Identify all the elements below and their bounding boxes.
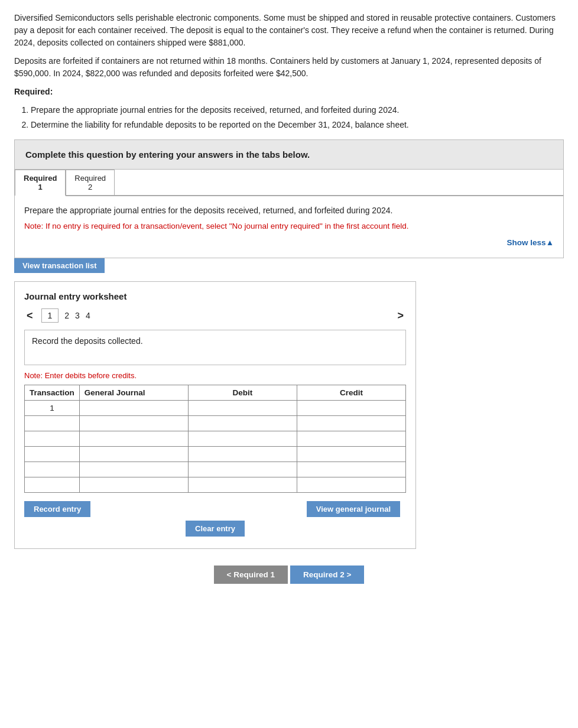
table-row: 1 bbox=[25, 401, 406, 416]
tabs-area: Required1 Required2 Prepare the appropri… bbox=[14, 170, 564, 258]
credit-cell[interactable] bbox=[297, 401, 405, 416]
table-row bbox=[25, 447, 406, 462]
general-journal-cell[interactable] bbox=[79, 416, 188, 431]
debit-cell[interactable] bbox=[188, 401, 297, 416]
transaction-cell bbox=[25, 416, 80, 431]
general-journal-input[interactable] bbox=[82, 449, 186, 459]
note-debits: Note: Enter debits before credits. bbox=[24, 371, 406, 380]
transaction-cell bbox=[25, 477, 80, 493]
debit-input[interactable] bbox=[191, 403, 294, 413]
record-entry-button[interactable]: Record entry bbox=[24, 501, 90, 517]
entry-navigation: < 1 2 3 4 > bbox=[24, 308, 406, 323]
general-journal-input[interactable] bbox=[82, 418, 186, 428]
col-general-journal: General Journal bbox=[79, 385, 188, 401]
required-item-2: Determine the liability for refundable d… bbox=[31, 119, 564, 131]
debit-input[interactable] bbox=[191, 418, 294, 428]
general-journal-cell[interactable] bbox=[79, 477, 188, 493]
complete-box-text: Complete this question by entering your … bbox=[25, 150, 310, 160]
credit-input[interactable] bbox=[300, 403, 403, 413]
journal-worksheet: Journal entry worksheet < 1 2 3 4 > Reco… bbox=[14, 281, 416, 549]
credit-input[interactable] bbox=[300, 480, 403, 490]
entry-4-label[interactable]: 4 bbox=[86, 311, 90, 320]
credit-cell[interactable] bbox=[297, 462, 405, 477]
complete-box: Complete this question by entering your … bbox=[14, 139, 564, 170]
paragraph2: Deposits are forfeited if containers are… bbox=[14, 55, 564, 80]
debit-cell[interactable] bbox=[188, 477, 297, 493]
transaction-cell bbox=[25, 447, 80, 462]
prev-entry-arrow[interactable]: < bbox=[24, 310, 35, 322]
transaction-cell bbox=[25, 462, 80, 477]
tab-required2[interactable]: Required2 bbox=[66, 170, 115, 195]
next-required-button[interactable]: Required 2 > bbox=[290, 566, 364, 584]
col-debit: Debit bbox=[188, 385, 297, 401]
general-journal-cell[interactable] bbox=[79, 447, 188, 462]
debit-cell[interactable] bbox=[188, 462, 297, 477]
entry-description: Record the deposits collected. bbox=[24, 330, 406, 365]
table-row bbox=[25, 462, 406, 477]
required-label: Required: bbox=[14, 87, 53, 96]
general-journal-input[interactable] bbox=[82, 403, 186, 413]
clear-entry-row: Clear entry bbox=[24, 521, 406, 537]
credit-input[interactable] bbox=[300, 449, 403, 459]
transaction-cell: 1 bbox=[25, 401, 80, 416]
credit-cell[interactable] bbox=[297, 416, 405, 431]
tab-content: Prepare the appropriate journal entries … bbox=[15, 196, 563, 258]
view-transaction-list-button[interactable]: View transaction list bbox=[14, 258, 105, 273]
general-journal-cell[interactable] bbox=[79, 431, 188, 447]
general-journal-input[interactable] bbox=[82, 434, 186, 444]
credit-input[interactable] bbox=[300, 434, 403, 444]
next-entry-arrow[interactable]: > bbox=[395, 310, 406, 322]
general-journal-input[interactable] bbox=[82, 464, 186, 474]
debit-cell[interactable] bbox=[188, 447, 297, 462]
journal-table: Transaction General Journal Debit Credit… bbox=[24, 385, 406, 493]
credit-cell[interactable] bbox=[297, 431, 405, 447]
entry-3-label[interactable]: 3 bbox=[75, 311, 80, 320]
credit-input[interactable] bbox=[300, 418, 403, 428]
prev-required-button[interactable]: < Required 1 bbox=[214, 566, 288, 584]
tab-instruction: Prepare the appropriate journal entries … bbox=[24, 204, 554, 217]
required-item-1: Prepare the appropriate journal entries … bbox=[31, 104, 564, 116]
table-row bbox=[25, 416, 406, 431]
debit-cell[interactable] bbox=[188, 431, 297, 447]
journal-worksheet-title: Journal entry worksheet bbox=[24, 291, 406, 301]
tabs-row: Required1 Required2 bbox=[15, 170, 563, 196]
general-journal-input[interactable] bbox=[82, 480, 186, 490]
general-journal-cell[interactable] bbox=[79, 462, 188, 477]
debit-input[interactable] bbox=[191, 480, 294, 490]
current-entry-num: 1 bbox=[48, 311, 53, 320]
credit-cell[interactable] bbox=[297, 447, 405, 462]
tab-required1[interactable]: Required1 bbox=[15, 170, 66, 196]
entry-2-label[interactable]: 2 bbox=[64, 311, 69, 320]
general-journal-cell[interactable] bbox=[79, 401, 188, 416]
transaction-cell bbox=[25, 431, 80, 447]
paragraph1: Diversified Semiconductors sells perisha… bbox=[14, 12, 564, 49]
col-transaction: Transaction bbox=[25, 385, 80, 401]
view-general-journal-button[interactable]: View general journal bbox=[307, 501, 400, 517]
debit-cell[interactable] bbox=[188, 416, 297, 431]
debit-input[interactable] bbox=[191, 449, 294, 459]
bottom-nav: < Required 1 Required 2 > bbox=[14, 566, 564, 584]
required-list: Prepare the appropriate journal entries … bbox=[31, 104, 564, 131]
problem-text: Diversified Semiconductors sells perisha… bbox=[14, 12, 564, 131]
show-less-button[interactable]: Show less▲ bbox=[24, 236, 554, 252]
bottom-actions-row: Record entry View general journal bbox=[24, 501, 406, 517]
credit-cell[interactable] bbox=[297, 477, 405, 493]
tab-note: Note: If no entry is required for a tran… bbox=[24, 220, 554, 232]
current-entry-box: 1 bbox=[41, 308, 59, 323]
credit-input[interactable] bbox=[300, 464, 403, 474]
table-row bbox=[25, 431, 406, 447]
table-row bbox=[25, 477, 406, 493]
clear-entry-button[interactable]: Clear entry bbox=[186, 521, 245, 537]
debit-input[interactable] bbox=[191, 434, 294, 444]
col-credit: Credit bbox=[297, 385, 405, 401]
debit-input[interactable] bbox=[191, 464, 294, 474]
